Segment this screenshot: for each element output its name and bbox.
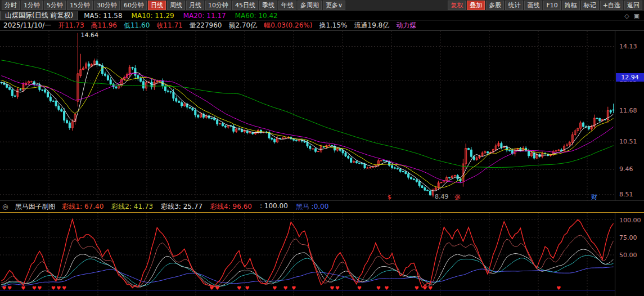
tool-button-统计[interactable]: 统计 <box>505 1 523 10</box>
diamond-icon[interactable]: ◇ <box>624 12 629 20</box>
indicator-title[interactable]: 黑马因子副图 <box>15 202 55 212</box>
info-bar: 山煤国际(日线 前复权) MA5: 11.58MA10: 11.29MA20: … <box>0 11 644 21</box>
ma-label: MA60: 10.42 <box>235 12 278 20</box>
period-button-5分钟[interactable]: 5分钟 <box>44 1 66 10</box>
svg-text:♥: ♥ <box>2 285 6 291</box>
tool-button-简框[interactable]: 简框 <box>562 1 580 10</box>
svg-text:♥: ♥ <box>215 285 219 291</box>
cursor-price-tag: 12.94 <box>616 73 644 82</box>
svg-text:♥: ♥ <box>357 285 362 291</box>
svg-text:♥: ♥ <box>237 285 241 291</box>
indicator-chart[interactable]: ♥♥♥♥♥♥♥♥♥♥♥♥♥♥♥♥♥♥♥♥♥♥♥♥ 100.0075.0050.0… <box>0 213 644 296</box>
panel-layout-icon[interactable]: ▣ <box>634 12 640 20</box>
svg-text:♥: ♥ <box>21 285 25 291</box>
quote-date: 2025/11/10/一 <box>3 21 51 30</box>
indicator-axis: 100.0075.0050.00 <box>615 213 644 296</box>
quote-field: 开11.73 <box>58 21 84 30</box>
period-button-更多∨[interactable]: 更多∨ <box>323 1 345 10</box>
period-buttons: 分时1分钟5分钟15分钟30分钟60分钟日线周线月线10分钟45日线季线年线多周… <box>2 1 345 10</box>
panel-collapse-icon[interactable]: ◎ <box>2 203 8 210</box>
svg-text:♥: ♥ <box>291 285 296 291</box>
quote-field: 高11.96 <box>91 21 117 30</box>
tool-button-+自选[interactable]: +自选 <box>600 1 623 10</box>
svg-text:♥: ♥ <box>556 285 561 291</box>
ma-label: MA10: 11.29 <box>132 12 174 20</box>
svg-text:♥: ♥ <box>32 285 37 291</box>
tool-button-F10[interactable]: F10 <box>543 1 560 10</box>
tool-button-多股[interactable]: 多股 <box>486 1 504 10</box>
tool-buttons: 复权叠加多股统计画线F10简框标记+自选返回 <box>448 1 642 10</box>
quote-field: 幅0.03(0.26%) <box>264 21 312 30</box>
period-button-多周期[interactable]: 多周期 <box>298 1 322 10</box>
indicator-axis-label: 50.00 <box>619 252 637 259</box>
quote-bar: 2025/11/10/一 开11.73高11.96低11.60收11.71量22… <box>0 21 644 30</box>
svg-text:$: $ <box>388 194 391 201</box>
stock-title-tab[interactable]: 山煤国际(日线 前复权) <box>0 11 78 20</box>
period-button-周线[interactable]: 周线 <box>167 1 185 10</box>
main-chart-svg[interactable]: 14.648.49$张财 <box>0 31 615 201</box>
svg-text:♥: ♥ <box>56 285 61 291</box>
indicator-chart-svg[interactable]: ♥♥♥♥♥♥♥♥♥♥♥♥♥♥♥♥♥♥♥♥♥♥♥♥ <box>0 213 615 296</box>
svg-text:♥: ♥ <box>7 285 12 291</box>
period-button-60分钟[interactable]: 60分钟 <box>121 1 147 10</box>
ma-label: MA5: 11.58 <box>84 12 122 20</box>
tool-button-复权[interactable]: 复权 <box>448 1 466 10</box>
indicator-value: 彩线2: 41.73 <box>111 202 153 212</box>
svg-text:14.64: 14.64 <box>80 32 98 39</box>
quote-field: 量227960 <box>190 21 222 30</box>
period-button-45日线[interactable]: 45日线 <box>232 1 258 10</box>
indicator-value: : 100.00 <box>260 202 288 212</box>
svg-text:♥: ♥ <box>37 285 42 291</box>
svg-text:♥: ♥ <box>62 285 66 291</box>
indicator-axis-label: 100.00 <box>619 217 641 224</box>
price-axis-label: 9.46 <box>619 165 633 173</box>
svg-text:♥: ♥ <box>376 285 381 291</box>
trading-terminal: 分时1分钟5分钟15分钟30分钟60分钟日线周线月线10分钟45日线季线年线多周… <box>0 0 644 296</box>
indicator-value: 彩线1: 67.40 <box>62 202 103 212</box>
svg-text:♥: ♥ <box>283 285 288 291</box>
tool-button-返回[interactable]: 返回 <box>624 1 642 10</box>
quote-field: 低11.60 <box>124 21 150 30</box>
quote-field: 收11.71 <box>156 21 182 30</box>
period-button-分时[interactable]: 分时 <box>2 1 20 10</box>
indicator-value: 彩线4: 96.60 <box>210 202 252 212</box>
quote-fields: 开11.73高11.96低11.60收11.71量227960额2.70亿幅0.… <box>58 21 416 30</box>
period-button-15分钟[interactable]: 15分钟 <box>67 1 93 10</box>
indicator-value: 彩线3: 25.77 <box>161 202 202 212</box>
tool-button-叠加[interactable]: 叠加 <box>467 1 485 10</box>
tool-button-标记[interactable]: 标记 <box>581 1 599 10</box>
period-button-月线[interactable]: 月线 <box>186 1 204 10</box>
period-button-季线[interactable]: 季线 <box>259 1 277 10</box>
indicator-header: ◎ 黑马因子副图 彩线1: 67.40彩线2: 41.73彩线3: 25.77彩… <box>0 200 644 213</box>
main-chart[interactable]: 14.648.49$张财 14.1312.8511.6810.519.468.5… <box>0 30 644 200</box>
period-button-10分钟[interactable]: 10分钟 <box>205 1 231 10</box>
period-button-年线[interactable]: 年线 <box>278 1 296 10</box>
svg-text:张: 张 <box>454 194 461 201</box>
tool-button-画线[interactable]: 画线 <box>524 1 542 10</box>
indicator-axis-label: 75.00 <box>619 234 637 241</box>
svg-text:♥: ♥ <box>428 285 433 291</box>
svg-text:♥: ♥ <box>330 285 334 291</box>
svg-text:♥: ♥ <box>245 285 250 291</box>
period-button-1分钟[interactable]: 1分钟 <box>21 1 43 10</box>
svg-text:♥: ♥ <box>335 285 340 291</box>
corner-icons: ◇▣ <box>624 12 644 20</box>
price-axis-label: 10.51 <box>619 138 637 145</box>
svg-text:8.49: 8.49 <box>435 193 449 200</box>
quote-field: 流通19.8亿 <box>354 21 390 30</box>
price-axis: 14.1312.8511.6810.519.468.5112.94 <box>615 31 644 200</box>
svg-text:♥: ♥ <box>51 285 56 291</box>
svg-text:♥: ♥ <box>422 285 427 291</box>
quote-field: 额2.70亿 <box>228 21 257 30</box>
period-button-日线[interactable]: 日线 <box>148 1 166 10</box>
svg-text:财: 财 <box>591 194 597 201</box>
quote-field: 换1.15% <box>319 21 347 30</box>
quote-field: 动力煤 <box>396 21 416 30</box>
toolbar: 分时1分钟5分钟15分钟30分钟60分钟日线周线月线10分钟45日线季线年线多周… <box>0 0 644 11</box>
ma-values: MA5: 11.58MA10: 11.29MA20: 11.17MA60: 10… <box>84 12 278 20</box>
svg-text:♥: ♥ <box>384 285 389 291</box>
period-button-30分钟[interactable]: 30分钟 <box>94 1 120 10</box>
svg-text:♥: ♥ <box>272 285 277 291</box>
price-axis-label: 11.68 <box>619 107 637 114</box>
svg-text:♥: ♥ <box>209 285 214 291</box>
